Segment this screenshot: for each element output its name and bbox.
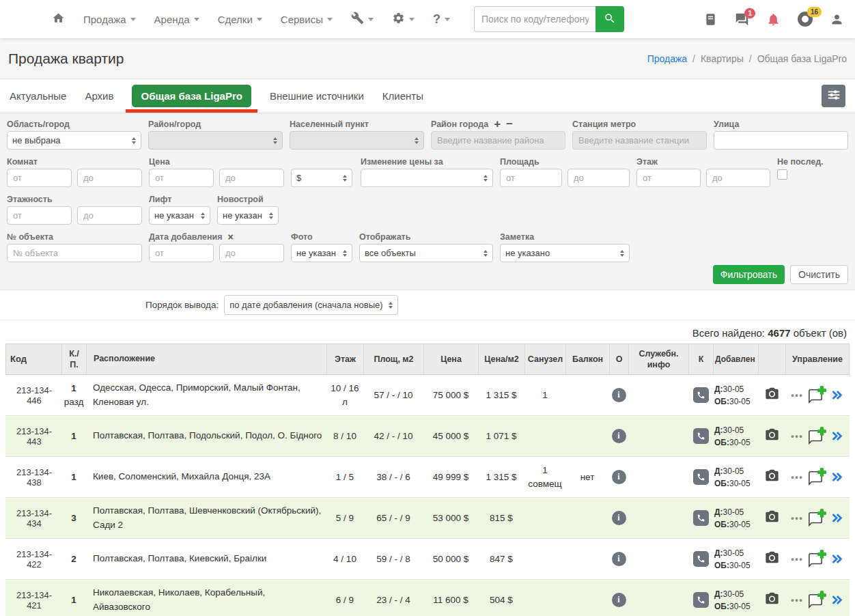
phone-icon[interactable] xyxy=(693,510,709,526)
tab-2[interactable]: Архив xyxy=(85,90,113,102)
object-id-input[interactable] xyxy=(7,244,142,262)
info-icon[interactable]: i xyxy=(612,429,626,443)
open-object-icon[interactable] xyxy=(830,389,844,402)
more-actions-icon[interactable]: ••• xyxy=(791,595,803,605)
more-actions-icon[interactable]: ••• xyxy=(791,472,803,482)
price-change-select[interactable] xyxy=(361,169,493,187)
info-icon[interactable]: i xyxy=(612,511,626,525)
remove-district-icon[interactable]: − xyxy=(506,118,513,130)
region-select[interactable]: не выбрана xyxy=(7,131,141,150)
help-menu[interactable]: ? xyxy=(433,12,450,27)
tab-3[interactable]: Общая база LigaPro xyxy=(132,85,251,107)
cell-floor: 5 / 9 xyxy=(326,498,363,538)
phone-icon[interactable] xyxy=(693,592,709,608)
tasks-icon[interactable]: 16 xyxy=(798,12,813,27)
tab-1[interactable]: Актуальные xyxy=(10,90,66,102)
table-row[interactable]: 213-134-438 1 Киев, Соломенский, Михайла… xyxy=(5,457,850,498)
messages-icon[interactable]: 1 xyxy=(735,12,749,27)
nav-menu-item-1[interactable]: Продажа xyxy=(83,14,136,25)
column-header-11: Служебн. инфо xyxy=(629,344,689,374)
tools-menu[interactable] xyxy=(351,12,374,27)
floors-total-to-input[interactable] xyxy=(77,206,142,225)
cell-controls: ••• xyxy=(785,539,850,579)
info-icon[interactable]: i xyxy=(612,470,626,484)
floor-from-input[interactable] xyxy=(636,169,701,187)
phone-icon[interactable] xyxy=(693,469,709,485)
add-comment-icon[interactable] xyxy=(808,550,826,568)
floor-to-input[interactable] xyxy=(706,169,770,187)
camera-icon[interactable] xyxy=(763,468,781,486)
date-to-input[interactable] xyxy=(219,244,284,262)
phone-icon[interactable] xyxy=(693,387,709,403)
area-from-input[interactable] xyxy=(500,169,562,187)
journal-icon[interactable] xyxy=(703,12,718,27)
elevator-select[interactable]: не указан xyxy=(149,206,210,225)
date-from-input[interactable] xyxy=(149,244,214,262)
area-to-input[interactable] xyxy=(567,169,630,187)
table-row[interactable]: 213-134-421 1 Николаевская, Николаев, Ко… xyxy=(5,580,850,616)
phone-icon[interactable] xyxy=(693,551,709,567)
camera-icon[interactable] xyxy=(763,509,781,527)
nav-menu-item-3[interactable]: Сделки xyxy=(218,14,262,25)
rooms-to-input[interactable] xyxy=(77,169,142,187)
search-input[interactable] xyxy=(474,6,595,32)
info-icon[interactable]: i xyxy=(612,388,626,402)
sort-select[interactable]: по дате добавления (сначала новые) xyxy=(224,295,398,315)
add-comment-icon[interactable] xyxy=(808,387,826,404)
open-object-icon[interactable] xyxy=(830,430,844,443)
nav-menu-item-4[interactable]: Сервисы xyxy=(281,14,333,25)
price-from-input[interactable] xyxy=(149,169,214,187)
add-comment-icon[interactable] xyxy=(808,509,826,527)
not-last-checkbox[interactable] xyxy=(777,169,787,180)
breadcrumb-item-1[interactable]: Продажа xyxy=(647,53,687,64)
tab-4[interactable]: Внешние источники xyxy=(270,90,364,102)
camera-icon[interactable] xyxy=(763,428,781,445)
photo-select[interactable]: не указан xyxy=(291,244,352,262)
photo-value: не указан xyxy=(296,248,336,258)
notifications-bell-icon[interactable] xyxy=(766,12,781,27)
open-object-icon[interactable] xyxy=(830,512,844,524)
add-district-icon[interactable]: + xyxy=(494,118,501,130)
more-actions-icon[interactable]: ••• xyxy=(791,390,803,400)
tab-5[interactable]: Клиенты xyxy=(382,90,423,102)
add-comment-icon[interactable] xyxy=(808,591,826,608)
camera-icon[interactable] xyxy=(763,387,781,404)
open-object-icon[interactable] xyxy=(830,552,844,565)
profile-icon[interactable] xyxy=(830,12,844,27)
note-select[interactable]: не указано xyxy=(500,244,630,262)
settings-menu[interactable] xyxy=(392,12,415,27)
currency-select[interactable]: $ xyxy=(291,169,352,187)
home-button[interactable] xyxy=(52,12,65,27)
search-button[interactable] xyxy=(595,6,624,32)
nav-menu-item-2[interactable]: Аренда xyxy=(154,14,199,25)
filter-apply-button[interactable]: Фильтровать xyxy=(713,265,785,284)
add-comment-icon[interactable] xyxy=(808,468,826,486)
more-actions-icon[interactable]: ••• xyxy=(791,513,803,523)
clear-date-icon[interactable]: × xyxy=(227,232,233,242)
table-row[interactable]: 213-134-422 2 Полтавская, Полтава, Киевс… xyxy=(5,539,850,580)
filter-settings-button[interactable] xyxy=(822,85,845,107)
add-comment-icon[interactable] xyxy=(808,428,826,445)
elevator-label: Лифт xyxy=(149,194,210,204)
rooms-from-input[interactable] xyxy=(7,169,72,187)
table-row[interactable]: 213-134-446 1разд Одесская, Одесса, Прим… xyxy=(5,375,850,416)
table-row[interactable]: 213-134-434 3 Полтавская, Полтава, Шевче… xyxy=(5,498,850,539)
open-object-icon[interactable] xyxy=(830,471,844,484)
phone-icon[interactable] xyxy=(693,428,709,444)
info-icon[interactable]: i xyxy=(612,552,626,566)
display-select[interactable]: все объекты xyxy=(359,244,493,262)
select-caret-icon xyxy=(483,175,488,182)
price-to-input[interactable] xyxy=(219,169,284,187)
table-row[interactable]: 213-134-443 1 Полтавская, Полтава, Подол… xyxy=(5,416,850,457)
info-icon[interactable]: i xyxy=(612,593,626,607)
more-actions-icon[interactable]: ••• xyxy=(791,431,803,441)
floors-total-from-input[interactable] xyxy=(7,206,72,225)
street-input[interactable] xyxy=(714,131,848,150)
open-object-icon[interactable] xyxy=(830,593,844,606)
camera-icon[interactable] xyxy=(763,550,781,568)
new-building-select[interactable]: не указан xyxy=(217,206,279,225)
more-actions-icon[interactable]: ••• xyxy=(791,554,803,564)
rooms-label: Комнат xyxy=(7,156,142,167)
filter-clear-button[interactable]: Очистить xyxy=(790,265,848,284)
camera-icon[interactable] xyxy=(763,591,781,608)
